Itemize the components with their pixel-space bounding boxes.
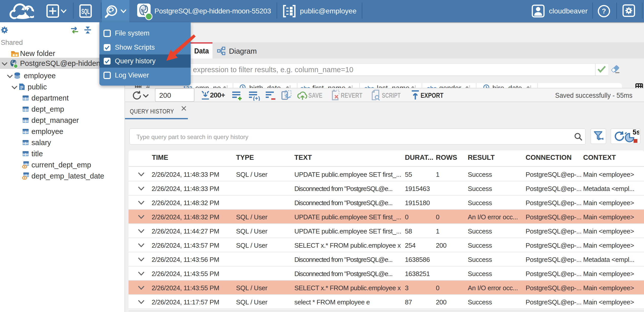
svg-text:(+): (+) [253, 95, 260, 101]
svg-text:?: ? [602, 7, 606, 15]
svg-text:5s: 5s [633, 129, 639, 136]
svg-text:SQL: SQL [81, 7, 90, 15]
